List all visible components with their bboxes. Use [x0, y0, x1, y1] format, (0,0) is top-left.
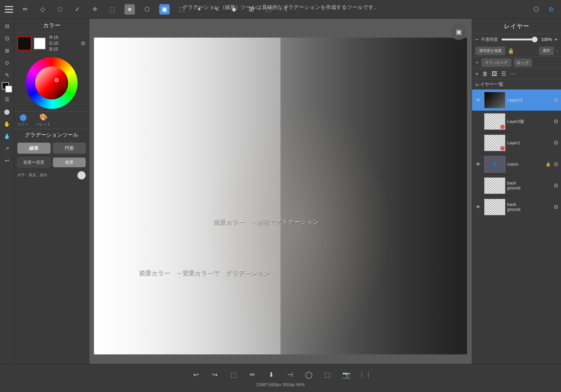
- sidebar-layers-icon[interactable]: ⊟: [2, 21, 12, 32]
- layer-settings-icon[interactable]: ⚙: [553, 140, 559, 146]
- sidebar-list-icon[interactable]: ☰: [2, 95, 12, 105]
- layer-visibility-icon[interactable]: [474, 182, 482, 190]
- blend-mode-arrow[interactable]: ›: [556, 48, 558, 53]
- opacity-minus-button[interactable]: −: [475, 36, 479, 43]
- layer-settings-icon[interactable]: ⚙: [553, 204, 559, 210]
- layer-name: background: [507, 202, 552, 212]
- lock-icon[interactable]: 🔒: [508, 48, 514, 54]
- lock-button[interactable]: ロック: [514, 58, 532, 67]
- layer-list-button[interactable]: ☰: [501, 70, 506, 77]
- layer-visibility-icon[interactable]: [474, 118, 482, 126]
- pencil-tool[interactable]: ✏: [20, 4, 31, 15]
- layer-image-button[interactable]: 🖼: [492, 70, 497, 77]
- layer-item[interactable]: 👁 background ⚙: [472, 196, 561, 218]
- sidebar-grid-icon[interactable]: ⊞: [2, 46, 12, 56]
- brush-button[interactable]: ✏: [247, 369, 258, 381]
- view-button[interactable]: ▣: [451, 23, 467, 40]
- color-wheel-container[interactable]: [14, 55, 89, 111]
- layer-item[interactable]: 👁 Layer13 ⚙: [472, 89, 561, 111]
- background-color[interactable]: [5, 86, 12, 93]
- clipping-button[interactable]: クリッピング: [481, 58, 511, 67]
- layer-name: colors: [507, 162, 544, 167]
- color-settings-icon[interactable]: ⚙: [81, 40, 86, 47]
- opacity-slider-thumb[interactable]: [532, 37, 538, 42]
- tab-color[interactable]: ⬤ カラー: [17, 113, 29, 127]
- circle-button[interactable]: 円形: [53, 143, 86, 154]
- bucket-tool[interactable]: ⬡: [142, 4, 152, 15]
- sidebar-clip-icon[interactable]: ⊡: [2, 33, 12, 44]
- canvas-content[interactable]: 前景カラー →透明でグラデーション 前景カラー →背景カラーで グラデーション: [94, 38, 467, 354]
- layer-item[interactable]: 👁 👤 colors 🔒 ⚙: [472, 154, 561, 175]
- sidebar-palette-icon[interactable]: ⬤: [2, 107, 12, 117]
- fg-button[interactable]: 前景: [53, 157, 86, 167]
- 3d-button[interactable]: ⬡: [531, 4, 541, 15]
- protect-transparency-button[interactable]: 透明度を保護: [475, 46, 505, 55]
- layer-visibility-icon[interactable]: 👁: [474, 160, 482, 168]
- layer-visibility-icon[interactable]: [474, 139, 482, 147]
- layer-item[interactable]: background ⚙: [472, 175, 561, 196]
- transform-tool[interactable]: ⬚: [107, 4, 118, 15]
- background-color-box[interactable]: [34, 38, 46, 49]
- linear-button[interactable]: 線形: [17, 143, 51, 154]
- delete-layer-button[interactable]: 🗑: [482, 70, 488, 77]
- layer-more-button[interactable]: ⋯: [510, 70, 516, 77]
- clip-row: ▼ クリッピング ロック: [472, 57, 561, 69]
- layer-settings-icon[interactable]: ⚙: [553, 97, 559, 103]
- app-title: グラデーション（線形）ツールは直線的なグラデーションを作成するツールです。: [182, 4, 379, 11]
- color-preview-row: R:15G:15B:15 ⚙: [14, 32, 89, 55]
- sidebar-share-icon[interactable]: ↗: [2, 143, 12, 154]
- canvas-image: 前景カラー →透明でグラデーション 前景カラー →背景カラーで グラデーション: [94, 38, 467, 354]
- tab-palette[interactable]: 🎨 パレット: [36, 113, 51, 127]
- more-button[interactable]: ⋮⋮: [359, 369, 371, 381]
- layer-thumb-checker: [485, 199, 505, 215]
- sidebar-hand-icon[interactable]: ✋: [2, 119, 12, 129]
- download-button[interactable]: ⬇: [265, 369, 277, 381]
- select-all-button[interactable]: ⬚: [228, 369, 239, 381]
- color-wheel[interactable]: [26, 57, 77, 109]
- lasso-button[interactable]: ◯: [303, 369, 314, 381]
- blend-mode-select[interactable]: 通常: [539, 46, 554, 55]
- copy-button[interactable]: ⬚: [322, 369, 333, 381]
- fg-bg-button[interactable]: 前景〜背景: [17, 157, 51, 167]
- layer-settings-icon[interactable]: ⚙: [553, 182, 559, 189]
- fill-color-tool[interactable]: ■: [125, 4, 135, 15]
- layer-thumbnail: [484, 177, 505, 194]
- flip-button[interactable]: ⊣: [284, 369, 296, 381]
- rgb-values: R:15G:15B:15: [49, 34, 58, 52]
- menu-button[interactable]: [5, 5, 13, 14]
- layer-visibility-icon[interactable]: 👁: [474, 203, 482, 211]
- canvas-area[interactable]: ▣ 前景カラー →透明でグラデーション 前景カラー →背景カラーで グラデーショ…: [89, 19, 472, 364]
- select-rect-tool[interactable]: □: [55, 4, 65, 15]
- eraser-tool[interactable]: ◇: [38, 4, 48, 15]
- color-picker-dot: [55, 78, 58, 82]
- layer-name: Layer2髪: [507, 119, 552, 124]
- color-panel: カラー R:15G:15B:15 ⚙ ⬤ カラー 🎨 パレット: [14, 19, 89, 364]
- slider-label: 水平・垂直…操作: [17, 173, 47, 178]
- layer-visibility-icon[interactable]: 👁: [474, 96, 482, 104]
- sidebar-undo-icon[interactable]: ↩: [2, 156, 12, 166]
- move-tool[interactable]: ✛: [90, 4, 100, 15]
- opacity-slider[interactable]: [502, 39, 538, 40]
- layer-item[interactable]: ! Layer1 ⚙: [472, 132, 561, 154]
- undo-button[interactable]: ↩: [190, 369, 202, 381]
- layer-item[interactable]: ! Layer2髪 ⚙: [472, 111, 561, 132]
- pen-tool[interactable]: ✓: [72, 4, 83, 15]
- sidebar-zoom-icon[interactable]: ⊙: [2, 58, 12, 68]
- layer-settings-icon[interactable]: ⚙: [553, 118, 559, 125]
- redo-button[interactable]: ↪: [209, 369, 221, 381]
- foreground-color-box[interactable]: [17, 36, 32, 51]
- sidebar-eyedropper-icon[interactable]: 💧: [2, 131, 12, 142]
- add-layer-button[interactable]: +: [475, 70, 479, 77]
- gradient-tool[interactable]: ▣: [159, 4, 170, 15]
- layer-name: Layer13: [507, 98, 552, 103]
- color-selector[interactable]: [2, 82, 12, 93]
- layer-settings-icon[interactable]: ⚙: [553, 161, 559, 168]
- camera-button[interactable]: 📷: [340, 369, 352, 381]
- sidebar-paint-icon[interactable]: ✎: [2, 70, 12, 80]
- color-picker-square[interactable]: [35, 66, 68, 99]
- toggle-circle[interactable]: [77, 171, 86, 180]
- opacity-plus-button[interactable]: +: [554, 36, 558, 43]
- layers-button[interactable]: ⧉: [546, 4, 556, 15]
- layer-list-title: レイヤー一覧: [472, 79, 561, 89]
- layer-thumb-checker: [485, 178, 505, 194]
